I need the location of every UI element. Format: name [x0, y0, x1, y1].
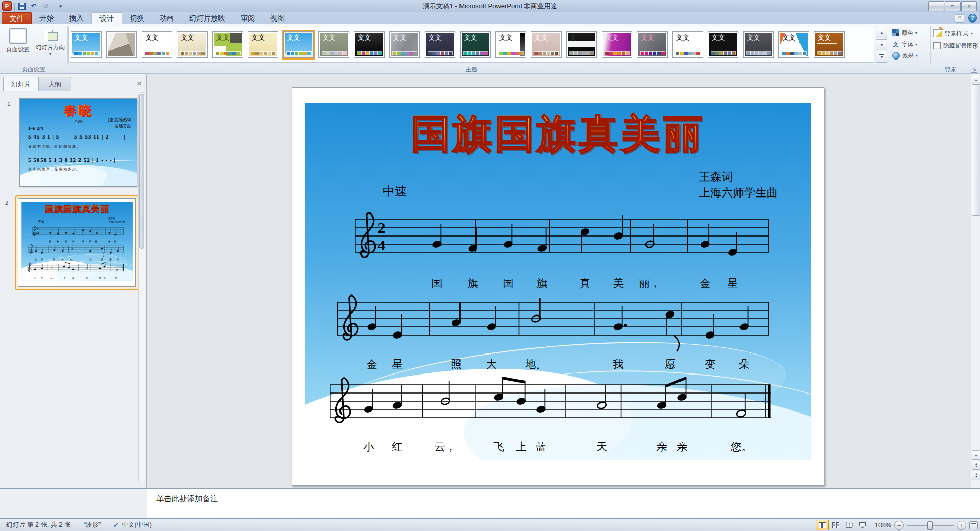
tab-开始[interactable]: 开始: [32, 12, 62, 24]
theme-thumbnail-16[interactable]: 文文: [602, 31, 632, 58]
minimize-ribbon-icon[interactable]: ^: [955, 14, 964, 23]
theme-thumbnail-14[interactable]: 文文: [531, 31, 562, 58]
zoom-in-button[interactable]: +: [957, 521, 966, 530]
close-panel-icon[interactable]: ×: [137, 80, 141, 87]
theme-thumbnail-18[interactable]: 文文: [672, 31, 703, 58]
help-icon[interactable]: ?: [968, 14, 977, 23]
staff-system-1: 24: [355, 203, 769, 271]
reading-view-button[interactable]: [843, 520, 855, 530]
tab-设计[interactable]: 设计: [91, 12, 122, 25]
tab-slides[interactable]: 幻灯片: [3, 77, 39, 91]
group-label-background: 背景: [930, 66, 971, 73]
theme-colors-button[interactable]: 颜色 ▾: [892, 27, 928, 38]
zoom-out-button[interactable]: −: [894, 521, 904, 530]
panel-scrollbar-thumb[interactable]: [139, 94, 144, 249]
lyric-syllable: 丽，: [94, 240, 100, 243]
slide-sorter-view-button[interactable]: [829, 520, 842, 530]
background-styles-button[interactable]: 背景样式 ▾: [933, 27, 980, 40]
wave-shape: [55, 260, 133, 281]
zoom-slider[interactable]: [907, 521, 954, 529]
tab-动画[interactable]: 动画: [152, 12, 182, 24]
lyric-syllable: 星: [112, 240, 118, 243]
theme-thumbnail-15[interactable]: 文: [566, 31, 597, 58]
slide-orientation-button[interactable]: 幻灯片方向 ▾: [34, 26, 67, 62]
themes-more-button[interactable]: ▼: [876, 51, 887, 63]
theme-thumbnail-17[interactable]: 文文: [637, 31, 668, 58]
treble-clef-icon: [28, 263, 31, 272]
scroll-up-button[interactable]: ▲: [972, 75, 980, 84]
themes-scroll-down-button[interactable]: ▼: [876, 39, 887, 51]
theme-thumbnail-19[interactable]: 文文: [708, 31, 738, 58]
theme-thumbnail-7[interactable]: 文文: [283, 31, 314, 58]
slide-canvas[interactable]: 国旗国旗真美丽 中速 王森词 上海六师学生曲 24国旗国旗真美丽，金星金星照大地…: [18, 199, 135, 286]
wave-line-shape: [25, 251, 128, 280]
vertical-scrollbar[interactable]: ▲ ▼ ▲▲ ▼▼: [971, 74, 980, 488]
lyric-syllable: 天: [588, 440, 616, 454]
theme-thumbnail-3[interactable]: 文文: [142, 31, 172, 58]
slide-title-wordart[interactable]: 国旗国旗真美丽: [292, 108, 824, 161]
note-head: [109, 252, 111, 254]
normal-view-button[interactable]: [816, 520, 829, 530]
theme-thumbnail-9[interactable]: 文文: [354, 31, 385, 58]
themes-scroll-up-button[interactable]: ▲: [876, 27, 887, 38]
theme-thumbnail-4[interactable]: 文文: [177, 31, 208, 58]
theme-thumbnail-22[interactable]: 文文: [814, 31, 845, 58]
slide-title-wordart[interactable]: 国旗国旗真美丽: [18, 203, 135, 215]
slide-canvas[interactable]: 国旗国旗真美丽 中速 王森词 上海六师学生曲 24国旗国旗真美丽，金星金星照大地…: [292, 87, 824, 486]
theme-variant-buttons: 颜色 ▾ 文 字体 ▾ 效果 ▾: [892, 27, 928, 61]
theme-thumbnail-10[interactable]: 文文: [389, 31, 420, 58]
tab-视图[interactable]: 视图: [263, 12, 292, 24]
next-slide-button[interactable]: ▼▼: [972, 471, 980, 480]
tab-切换[interactable]: 切换: [122, 12, 152, 24]
tab-审阅[interactable]: 审阅: [233, 12, 263, 24]
theme-thumbnail-21[interactable]: 文文: [778, 31, 809, 58]
background-styles-icon: [933, 29, 942, 37]
tab-file[interactable]: 文件: [2, 12, 32, 25]
spellcheck-status[interactable]: ✔中文(中国): [107, 521, 158, 529]
minimize-button[interactable]: —: [928, 1, 944, 11]
ribbon-right-controls: ^ ?: [955, 14, 977, 23]
background-dialog-launcher[interactable]: ↘: [971, 66, 977, 73]
hide-background-graphics-checkbox[interactable]: 隐藏背景图形: [933, 40, 980, 52]
zoom-slider-thumb[interactable]: [927, 521, 933, 530]
theme-thumbnail-8[interactable]: 文文: [318, 31, 349, 58]
theme-thumbnail-2[interactable]: [106, 31, 137, 58]
lyric-syllable: 国: [47, 240, 53, 243]
previous-slide-button[interactable]: ▲▲: [972, 461, 980, 470]
panel-scrollbar[interactable]: [138, 92, 145, 483]
theme-thumbnail-11[interactable]: 文文: [425, 31, 455, 58]
theme-effects-button[interactable]: 效果 ▾: [892, 50, 928, 61]
slide1-lyrics-line-2: 夜 来 风 雨 声， 花 落 知 多 少。: [28, 167, 132, 172]
lyric-syllable: 您。: [727, 440, 755, 454]
lyric-syllable: 朵: [115, 258, 121, 261]
notes-pane[interactable]: 单击此处添加备注: [147, 488, 980, 519]
scroll-down-button[interactable]: ▼: [972, 450, 980, 460]
tab-幻灯片放映[interactable]: 幻灯片放映: [182, 12, 233, 24]
theme-fonts-button[interactable]: 文 字体 ▾: [892, 38, 928, 50]
slide-2-thumbnail[interactable]: 国旗国旗真美丽 中速 王森词 上海六师学生曲 24国旗国旗真美丽，金星金星照大地…: [18, 198, 136, 287]
theme-thumbnail-20[interactable]: 文文: [743, 31, 774, 58]
scrollbar-thumb[interactable]: [972, 84, 980, 216]
restore-button[interactable]: □: [945, 1, 961, 11]
theme-thumbnail-6[interactable]: 文文: [248, 31, 278, 58]
staff-system-2: [337, 286, 769, 353]
zoom-percentage[interactable]: 108%: [872, 522, 891, 529]
theme-thumbnail-5[interactable]: 文文: [212, 31, 243, 58]
theme-thumbnail-12[interactable]: 文文: [460, 31, 491, 58]
tab-outline[interactable]: 大纲: [38, 77, 71, 91]
theme-thumbnail-13[interactable]: 文文: [495, 31, 526, 58]
slide-1-thumbnail[interactable]: 春晓 合唱 [唐]孟浩然词谷建芬曲 1=F 2/4 5 45 3 1 | 5 -…: [19, 98, 137, 187]
notes-placeholder: 单击此处添加备注: [156, 494, 218, 504]
chevron-down-icon: ▾: [971, 31, 973, 36]
chevron-down-icon: ▾: [916, 53, 918, 58]
note-head: [72, 233, 74, 235]
note-head: [89, 230, 91, 232]
status-right: 108% − +: [816, 519, 978, 531]
close-button[interactable]: ×: [961, 1, 977, 11]
page-setup-button[interactable]: 页面设置: [2, 26, 34, 62]
slideshow-view-button[interactable]: [856, 520, 869, 530]
tab-插入[interactable]: 插入: [62, 12, 91, 24]
window-controls: — □ ×: [928, 1, 977, 11]
theme-thumbnail-1[interactable]: 文文: [71, 31, 102, 58]
fit-to-window-button[interactable]: [969, 521, 978, 529]
